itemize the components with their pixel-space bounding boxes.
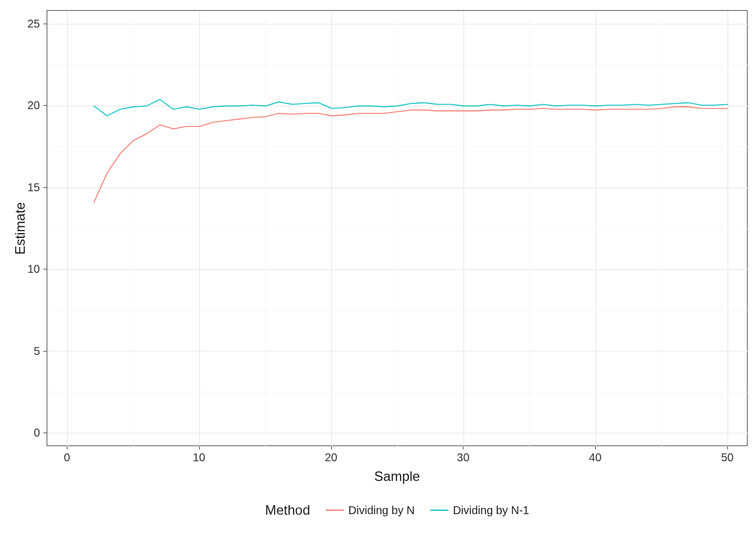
y-tick-label: 15 xyxy=(28,182,40,193)
plot-area xyxy=(47,10,748,446)
x-tick-mark xyxy=(463,446,464,449)
legend-label: Dividing by N-1 xyxy=(453,504,529,517)
y-tick-label: 5 xyxy=(34,345,40,357)
x-tick-mark xyxy=(199,446,200,449)
x-tick-label: 10 xyxy=(193,452,205,463)
legend-swatch-icon xyxy=(430,510,448,511)
y-tick-label: 10 xyxy=(28,263,40,274)
plot-svg xyxy=(47,11,748,447)
series-line-1 xyxy=(94,100,728,116)
y-tick-mark xyxy=(43,269,47,269)
y-tick-mark xyxy=(43,187,47,188)
legend-item: Dividing by N-1 xyxy=(430,504,529,517)
x-tick-mark xyxy=(331,446,332,449)
x-tick-label: 0 xyxy=(64,452,70,463)
y-tick-label: 25 xyxy=(28,18,40,29)
x-tick-mark xyxy=(595,446,596,449)
y-tick-label: 0 xyxy=(34,427,40,438)
y-axis-title: Estimate xyxy=(12,202,28,254)
chart-container: Estimate Sample 01020304050 0510152025 M… xyxy=(0,0,756,540)
x-axis-title: Sample xyxy=(374,469,420,484)
legend-title: Method xyxy=(265,502,310,518)
legend: Method Dividing by NDividing by N-1 xyxy=(265,502,529,518)
legend-item: Dividing by N xyxy=(326,504,415,517)
y-tick-label: 20 xyxy=(28,100,40,111)
legend-swatch-icon xyxy=(326,510,344,511)
x-tick-mark xyxy=(67,446,68,449)
y-tick-mark xyxy=(43,433,47,433)
y-tick-mark xyxy=(43,105,47,106)
y-tick-mark xyxy=(43,351,47,352)
legend-label: Dividing by N xyxy=(348,504,415,517)
x-tick-label: 30 xyxy=(457,452,469,463)
x-tick-label: 20 xyxy=(325,452,337,463)
x-tick-mark xyxy=(727,446,728,449)
x-tick-label: 40 xyxy=(589,452,601,463)
x-tick-label: 50 xyxy=(721,452,734,463)
y-tick-mark xyxy=(43,24,47,24)
